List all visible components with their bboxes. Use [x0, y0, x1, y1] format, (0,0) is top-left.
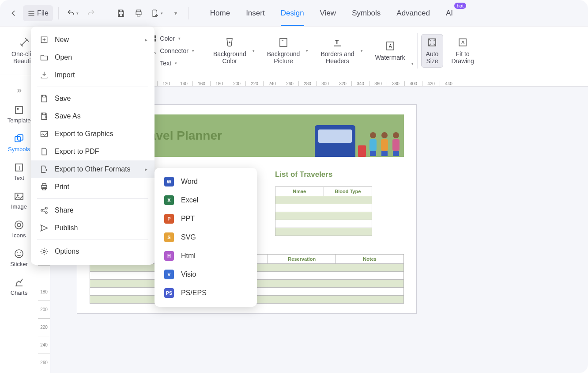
- suitcase-icon: [358, 145, 366, 157]
- export-visio[interactable]: VVisio: [155, 265, 257, 284]
- svg-text:T: T: [18, 165, 21, 171]
- ps-icon: PS: [164, 288, 174, 298]
- excel-icon: X: [164, 195, 174, 205]
- auto-size-button[interactable]: Auto Size: [421, 34, 444, 68]
- export-excel[interactable]: XExcel: [155, 191, 257, 209]
- export-html[interactable]: HHtml: [155, 247, 257, 265]
- svg-point-30: [17, 252, 18, 253]
- svg-point-35: [45, 207, 47, 209]
- export-word[interactable]: WWord: [155, 172, 257, 191]
- menu-item-export-other[interactable]: Export to Other Formats▸: [31, 160, 155, 178]
- word-icon: W: [164, 177, 174, 186]
- tab-ai[interactable]: AI hot: [446, 0, 453, 26]
- person-icon: [369, 132, 377, 157]
- person-icon: [392, 132, 400, 157]
- travelers-table: NmaeBlood Type: [275, 186, 372, 236]
- svg-rect-12: [280, 38, 287, 46]
- main-toolbar: File ▾ ▾ ▾ Home Insert Design View Symbo…: [0, 0, 588, 27]
- svg-text:T: T: [335, 38, 339, 46]
- menu-item-save[interactable]: Save: [31, 90, 155, 107]
- background-color-button[interactable]: Background Color: [209, 34, 251, 67]
- tab-symbols[interactable]: Symbols: [352, 0, 381, 26]
- back-button[interactable]: [5, 5, 21, 21]
- export-formats-submenu: WWord XExcel PPPT SSVG HHtml VVisio PSPS…: [155, 168, 257, 307]
- travelers-title: List of Travelers: [275, 170, 407, 179]
- svg-rect-33: [41, 131, 48, 137]
- svg-point-11: [229, 42, 230, 43]
- export-ps-eps[interactable]: PSPS/EPS: [155, 284, 257, 302]
- watermark-button[interactable]: AWatermark: [371, 38, 410, 64]
- tab-advanced[interactable]: Advanced: [396, 0, 430, 26]
- tab-insert[interactable]: Insert: [246, 0, 265, 26]
- menu-item-open[interactable]: Open: [31, 49, 155, 66]
- print-button[interactable]: [131, 5, 147, 21]
- svg-point-26: [17, 194, 19, 196]
- save-button[interactable]: [113, 5, 129, 21]
- svg-rect-25: [15, 193, 23, 199]
- bus-icon: [315, 125, 355, 157]
- chevron-right-icon: ▸: [145, 166, 147, 172]
- borders-headers-button[interactable]: TBorders and Headers: [316, 34, 358, 67]
- menu-item-export-pdf[interactable]: Export to PDF: [31, 143, 155, 160]
- visio-icon: V: [164, 270, 174, 279]
- svg-text:A: A: [461, 40, 465, 45]
- undo-button[interactable]: ▾: [64, 5, 81, 21]
- export-ppt[interactable]: PPPT: [155, 209, 257, 228]
- menu-item-options[interactable]: Options: [31, 243, 155, 260]
- tab-view[interactable]: View: [320, 0, 336, 26]
- expand-sidebar-button[interactable]: »: [17, 85, 22, 95]
- svg-point-31: [20, 252, 21, 253]
- ppt-icon: P: [164, 214, 174, 224]
- file-menu-button[interactable]: File: [23, 5, 53, 21]
- menu-item-share[interactable]: Share: [31, 202, 155, 219]
- svg-point-27: [17, 223, 21, 227]
- tab-strip: Home Insert Design View Symbols Advanced…: [210, 0, 453, 26]
- menu-item-import[interactable]: Import: [31, 66, 155, 84]
- menu-item-new[interactable]: New▸: [31, 31, 155, 49]
- export-button[interactable]: ▾: [148, 5, 166, 21]
- file-dropdown-menu: New▸ Open Import Save Save As Export to …: [31, 27, 155, 265]
- sidebar-item-charts[interactable]: Charts: [0, 277, 38, 296]
- html-icon: H: [164, 251, 174, 261]
- svg-rect-19: [15, 107, 23, 114]
- menu-item-save-as[interactable]: Save As: [31, 107, 155, 125]
- svg-point-36: [45, 212, 47, 213]
- export-svg[interactable]: SSVG: [155, 228, 257, 247]
- svg-point-34: [41, 209, 43, 211]
- svg-point-28: [15, 221, 23, 229]
- svg-rect-20: [17, 108, 19, 110]
- svg-text:A: A: [389, 44, 392, 49]
- svg-point-37: [43, 251, 45, 253]
- person-icon: [380, 132, 389, 157]
- tab-home[interactable]: Home: [210, 0, 230, 26]
- menu-item-print[interactable]: Print: [31, 178, 155, 196]
- background-picture-button[interactable]: Background Picture: [263, 34, 305, 67]
- chevron-right-icon: ▸: [145, 37, 147, 43]
- redo-button[interactable]: [83, 5, 99, 21]
- svg-point-29: [15, 250, 23, 258]
- tab-design[interactable]: Design: [281, 0, 304, 26]
- more-button[interactable]: ▾: [167, 5, 183, 21]
- hot-badge: hot: [454, 3, 466, 9]
- header-illustration: [315, 125, 400, 157]
- svg-icon: S: [164, 232, 174, 242]
- file-label: File: [37, 9, 49, 17]
- fit-to-drawing-button[interactable]: AFit to Drawing: [447, 34, 478, 67]
- menu-item-publish[interactable]: Publish: [31, 219, 155, 237]
- menu-item-export-graphics[interactable]: Export to Graphics: [31, 125, 155, 143]
- tab-ai-label: AI: [446, 9, 453, 18]
